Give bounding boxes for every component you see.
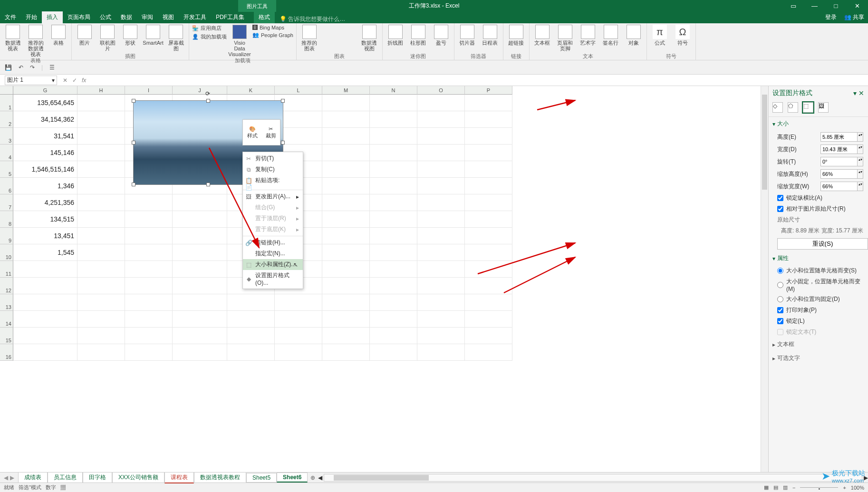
worksheet-grid[interactable]: GHIJKLMNOP 12345678910111213141516 135,6… [0, 86, 768, 472]
row-header[interactable]: 11 [0, 261, 13, 278]
cell[interactable] [417, 294, 465, 311]
rotation-input[interactable] [820, 157, 858, 166]
cell[interactable]: 1,546,515,146 [13, 161, 77, 178]
cell[interactable] [173, 194, 227, 211]
online-pictures-button[interactable]: 联机图片 [97, 25, 117, 51]
sheet-tab[interactable]: Sheet6 [277, 473, 308, 482]
cell[interactable] [370, 211, 417, 228]
cell[interactable] [322, 194, 370, 211]
object-button[interactable]: 对象 [624, 25, 644, 46]
cell[interactable] [322, 161, 370, 178]
row-header[interactable]: 8 [0, 211, 13, 228]
row-header[interactable]: 16 [0, 344, 13, 361]
pane-section-properties-header[interactable]: ▾ 属性 [769, 251, 868, 265]
cell[interactable] [322, 311, 370, 328]
cell[interactable] [125, 294, 173, 311]
cell[interactable] [13, 261, 77, 278]
menu-hyperlink[interactable]: 🔗超链接(H)... [243, 237, 303, 248]
cell[interactable] [465, 128, 512, 145]
column-header[interactable]: G [13, 86, 77, 95]
cell[interactable] [13, 294, 77, 311]
cell[interactable] [465, 278, 512, 294]
cell[interactable] [417, 161, 465, 178]
move-and-size-radio[interactable] [777, 268, 783, 274]
resize-handle[interactable] [206, 183, 210, 186]
cancel-formula-icon[interactable]: ✕ [63, 77, 68, 84]
cell[interactable]: 1,346 [13, 178, 77, 194]
sheet-tab[interactable]: 课程表 [164, 472, 194, 483]
zoom-level[interactable]: 100% [851, 485, 864, 491]
screenshot-button[interactable]: 屏幕截图 [166, 25, 186, 51]
tab-pdf[interactable]: PDF工具集 [211, 11, 249, 23]
cell[interactable] [370, 111, 417, 128]
row-header[interactable]: 3 [0, 128, 13, 145]
macro-record-icon[interactable]: ▦ [60, 484, 66, 490]
recommended-charts-button[interactable]: 推荐的图表 [299, 25, 319, 51]
cell[interactable] [227, 311, 275, 328]
cell[interactable] [125, 344, 173, 361]
view-pagelayout-icon[interactable]: ▤ [773, 484, 778, 491]
cell[interactable] [370, 328, 417, 344]
height-input[interactable] [820, 132, 858, 142]
table-button[interactable]: 表格 [48, 25, 68, 46]
redo-icon[interactable]: ↷ [30, 64, 35, 71]
cell[interactable] [322, 344, 370, 361]
name-box[interactable]: 图片 1▾ [5, 76, 57, 85]
cell[interactable] [275, 311, 322, 328]
cell[interactable] [370, 228, 417, 244]
cell[interactable] [125, 328, 173, 344]
cell[interactable] [173, 311, 227, 328]
relative-original-checkbox[interactable] [777, 206, 783, 212]
reset-size-button[interactable]: 重设(S) [777, 238, 868, 250]
my-addins-button[interactable]: 👤 我的加载项 [192, 33, 227, 40]
tab-pagelayout[interactable]: 页面布局 [63, 11, 95, 23]
column-sparkline-button[interactable]: 柱形图 [408, 25, 428, 46]
tab-home[interactable]: 开始 [21, 11, 42, 23]
cell[interactable] [13, 278, 77, 294]
cell[interactable]: 1,545 [13, 244, 77, 261]
store-button[interactable]: 🏪 应用商店 [192, 25, 222, 32]
width-input[interactable] [820, 145, 858, 154]
signature-line-button[interactable]: 签名行 [601, 25, 621, 46]
cell[interactable] [275, 328, 322, 344]
column-header[interactable]: M [322, 86, 370, 95]
cell[interactable]: 34,154,362 [13, 111, 77, 128]
fx-icon[interactable]: fx [82, 77, 86, 84]
cell[interactable] [370, 95, 417, 111]
tell-me-search[interactable]: 💡 告诉我您想要做什么… [280, 15, 821, 23]
cell[interactable] [417, 194, 465, 211]
cell[interactable] [322, 294, 370, 311]
cell[interactable] [417, 178, 465, 194]
zoom-in-icon[interactable]: + [843, 485, 846, 491]
resize-handle[interactable] [132, 99, 135, 103]
cell[interactable] [417, 228, 465, 244]
cell[interactable] [173, 344, 227, 361]
cell[interactable] [77, 311, 125, 328]
cell[interactable] [77, 244, 125, 261]
sheet-tab[interactable]: Sheet5 [246, 473, 277, 482]
maximize-icon[interactable]: □ [825, 0, 847, 12]
cell[interactable] [173, 244, 227, 261]
menu-size-and-properties[interactable]: ⬚大小和属性(Z)...↖ [243, 259, 303, 270]
cell[interactable] [465, 294, 512, 311]
row-header[interactable]: 1 [0, 95, 13, 111]
scroll-left-icon[interactable]: ◀ [318, 474, 322, 481]
cell[interactable] [322, 244, 370, 261]
cell[interactable] [370, 128, 417, 145]
pictures-button[interactable]: 图片 [75, 25, 95, 46]
equation-button[interactable]: π公式 [650, 25, 670, 46]
menu-format-picture[interactable]: ◆设置图片格式(O)... [243, 270, 303, 288]
cell[interactable] [227, 328, 275, 344]
cell[interactable] [370, 194, 417, 211]
cell[interactable] [77, 294, 125, 311]
cell[interactable] [322, 228, 370, 244]
cell[interactable] [417, 145, 465, 161]
pane-tab-fill-icon[interactable]: ◇ [772, 102, 783, 113]
cell[interactable] [275, 344, 322, 361]
crop-button[interactable]: ✂裁剪 [261, 120, 280, 145]
row-header[interactable]: 9 [0, 228, 13, 244]
cell[interactable] [465, 228, 512, 244]
cell[interactable] [77, 95, 125, 111]
vertical-scrollbar[interactable] [761, 86, 768, 472]
tab-formulas[interactable]: 公式 [95, 11, 116, 23]
